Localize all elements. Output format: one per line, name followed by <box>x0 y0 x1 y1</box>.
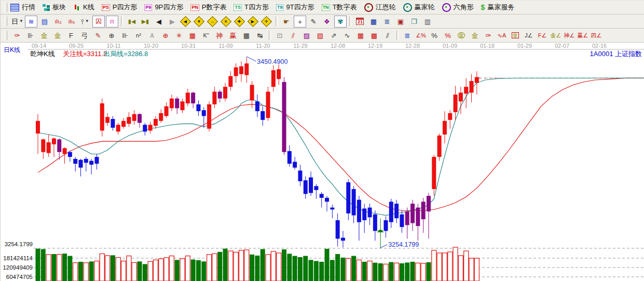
network-button[interactable]: ❒ <box>408 16 420 28</box>
star-grid-tool[interactable]: ✳ <box>173 30 185 42</box>
red-brush-tool-2[interactable]: ✑ <box>482 30 495 42</box>
gold-box-tool[interactable]: 金 <box>509 30 522 42</box>
protractor-tool[interactable]: ⊕ <box>105 30 118 42</box>
menu-item-7[interactable]: TST四方形 <box>234 3 268 12</box>
save-button[interactable]: ▣ <box>394 16 407 28</box>
shen-angle-tool[interactable]: 神∠ <box>563 30 576 42</box>
step-forward-button[interactable]: ▶ <box>166 16 179 28</box>
toolbar-grip[interactable] <box>5 31 7 40</box>
overlay-wave-button[interactable]: ≋ <box>25 16 37 28</box>
zoom-shrink-button[interactable]: ✕ <box>220 16 232 28</box>
volume-bar-up <box>367 261 372 281</box>
red-fan-tool[interactable]: ⫽ <box>287 30 299 42</box>
volume-bar-down <box>250 255 254 281</box>
volume-bar-up <box>448 252 453 281</box>
purple-fan-box-tool[interactable]: ▨ <box>300 30 313 42</box>
toolbar-grip[interactable] <box>5 17 7 26</box>
menu-item-3[interactable]: K线 <box>73 3 94 12</box>
width-measure-tool[interactable]: ↹ <box>254 30 266 42</box>
menu-item-8[interactable]: T99T四方形 <box>276 3 314 12</box>
chart-9-button[interactable]: ılı₉ <box>65 16 78 28</box>
menu-item-12[interactable]: 六角形 <box>442 3 474 12</box>
ying-angle-tool[interactable]: 赢∠ <box>577 30 589 42</box>
menu-item-5[interactable]: P99P四方形 <box>144 3 183 12</box>
zoom-horizontal-button[interactable]: ↔ <box>207 16 219 28</box>
menu-item-6[interactable]: PNP数字表 <box>190 3 226 12</box>
notes-button[interactable]: ≣ <box>381 16 393 28</box>
a-measure-tool[interactable]: Ａ <box>146 30 158 42</box>
parallel-lines-tool[interactable]: ⫽ <box>381 30 394 42</box>
zoom-left-button[interactable]: ◀ <box>180 16 192 28</box>
volume-bar-down <box>51 254 56 281</box>
color-histogram-button[interactable]: ⍝ <box>106 16 118 28</box>
red-brush-tool[interactable]: ✑ <box>11 30 23 42</box>
percent-line-tool[interactable]: % <box>442 30 454 42</box>
knot-tool-button[interactable]: ❖ <box>321 16 333 28</box>
pattern-brain-button[interactable]: ✾ <box>334 16 347 28</box>
gold-gann-tool-2[interactable]: 金 <box>51 30 64 42</box>
volume-bar-up <box>105 256 110 281</box>
menu-item-13[interactable]: $赢家服务 <box>481 3 515 12</box>
pen-tool-button[interactable]: ✎ <box>307 16 320 28</box>
rect-tool[interactable]: ⊡ <box>273 30 286 42</box>
n2-gann-tool[interactable]: n² <box>132 30 145 42</box>
goto-first-button[interactable]: ▮◀ <box>126 16 138 28</box>
menu-item-2[interactable]: 板块 <box>43 3 66 12</box>
period-day-dropdown[interactable]: 日▼ <box>11 16 24 28</box>
ruler-tool-2[interactable]: ⊪ <box>119 30 131 42</box>
red-target-tool[interactable]: ⊕ <box>159 30 172 42</box>
price-grid-tool-icon: ▦ <box>243 32 250 39</box>
menu-item-9[interactable]: TNT数字表 <box>322 3 357 12</box>
k-quote-tool[interactable]: K" <box>200 30 212 42</box>
square-grid-tool[interactable]: ▦ <box>186 30 199 42</box>
qiankun-pattern-button[interactable]: 囚 <box>92 16 105 28</box>
percent-retrace-tool[interactable]: ∠% <box>415 30 427 42</box>
zoom-down-button[interactable]: ▼ <box>193 16 205 28</box>
bow-gann-tool[interactable]: 弓 <box>78 30 91 42</box>
menu-item-1[interactable]: 行情 <box>10 3 35 12</box>
arrow-fan-tool[interactable]: ⇗ <box>327 30 340 42</box>
info-document-button[interactable]: ▤ <box>38 16 51 28</box>
hand-tool-button[interactable]: ☛ <box>280 16 293 28</box>
j-angle-tool[interactable]: J∠ <box>523 30 535 42</box>
goto-first-button-icon: ▮◀ <box>128 19 136 24</box>
gold-line-tool[interactable]: 金 <box>469 30 481 42</box>
printer-button[interactable]: ▥ <box>421 16 434 28</box>
crosshair-tool-button[interactable]: ＋ <box>294 16 306 28</box>
si-angle-tool[interactable]: 四∠ <box>590 30 602 42</box>
menu-item-11[interactable]: 赢家轮 <box>403 3 435 12</box>
ying-gann-tool[interactable]: 赢 <box>227 30 239 42</box>
menu-item-10[interactable]: 江恩轮 <box>364 3 396 12</box>
f-gann-tool[interactable]: F <box>65 30 77 42</box>
goto-last-button[interactable]: ▶▮ <box>139 16 152 28</box>
volume-bar-up <box>416 263 420 281</box>
candle-style-dropdown[interactable]: ⫯▼ <box>79 16 91 28</box>
calculator-button[interactable]: ▦ <box>367 16 380 28</box>
gold-circle-tool[interactable]: 金 <box>455 30 468 42</box>
toolbar-grip[interactable] <box>5 3 7 12</box>
ruler-tool[interactable]: ⊪ <box>24 30 37 42</box>
chart-3-button[interactable]: ılı₃ <box>52 16 64 28</box>
zigzag-tool[interactable]: ∿ <box>341 30 353 42</box>
shen-gann-tool[interactable]: 神 <box>213 30 226 42</box>
percent-tool[interactable]: % <box>428 30 441 42</box>
red-grid-arrow-tool[interactable]: ▩ <box>368 30 380 42</box>
wave-a-tool[interactable]: ∿A <box>496 30 508 42</box>
calendar-button[interactable]: 21 <box>354 16 366 28</box>
red-fan-box-tool[interactable]: ▧ <box>314 30 326 42</box>
step-back-button[interactable]: ◀ <box>153 16 165 28</box>
kline-chart[interactable]: 09-1409-2510-1110-2010-3111-0911-2011-29… <box>1 43 644 281</box>
hexagon-icon <box>442 3 451 12</box>
period-label[interactable]: 日K线 <box>4 46 20 55</box>
gold-gann-tool[interactable]: 金 <box>38 30 50 42</box>
zoom-expand-button[interactable]: ✚ <box>234 16 246 28</box>
gold-angle-tool[interactable]: 金∠ <box>550 30 562 42</box>
f-angle-tool[interactable]: F∠ <box>536 30 549 42</box>
menu-item-4[interactable]: PSP四方形 <box>102 3 138 12</box>
zoom-all-button[interactable]: ✛ <box>261 16 273 28</box>
red-grid-tool[interactable]: ▦ <box>354 30 367 42</box>
zoom-right-button[interactable]: ▶ <box>247 16 259 28</box>
brush-ruler-tool[interactable]: ✎ <box>92 30 104 42</box>
level-steps-tool[interactable]: ≣ <box>401 30 414 42</box>
price-grid-tool[interactable]: ▦ <box>240 30 253 42</box>
